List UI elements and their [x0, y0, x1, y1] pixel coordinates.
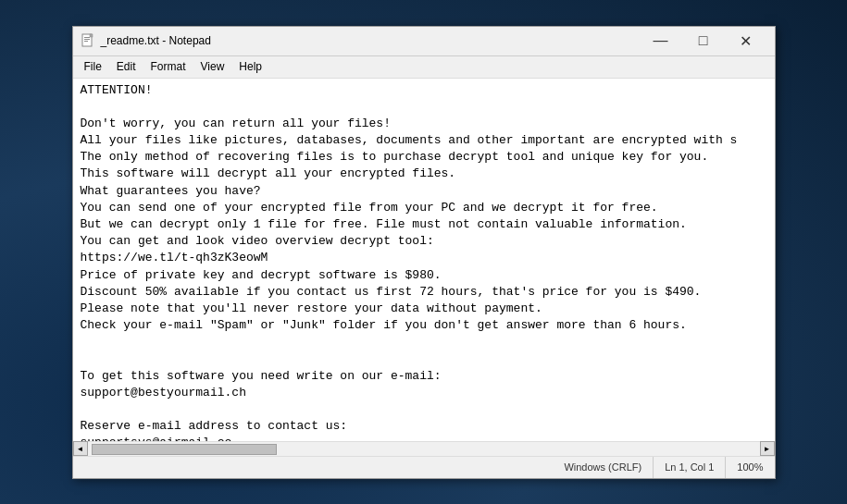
menu-edit[interactable]: Edit: [109, 58, 143, 75]
status-zoom: 100%: [726, 457, 774, 478]
hscroll-thumb[interactable]: [92, 444, 277, 455]
status-bar: Windows (CRLF) Ln 1, Col 1 100%: [73, 456, 775, 478]
horizontal-scrollbar[interactable]: ◄ ►: [73, 441, 775, 456]
menu-help[interactable]: Help: [231, 58, 269, 75]
hscroll-track[interactable]: [88, 442, 760, 456]
window-title: _readme.txt - Notepad: [101, 34, 640, 47]
notepad-window: _readme.txt - Notepad — □ ✕ File Edit Fo…: [72, 26, 776, 479]
window-controls: — □ ✕: [640, 26, 767, 55]
menu-format[interactable]: Format: [143, 58, 193, 75]
status-position: Ln 1, Col 1: [654, 457, 726, 478]
minimize-button[interactable]: —: [640, 26, 682, 55]
svg-rect-4: [90, 34, 93, 37]
app-icon: [81, 33, 95, 48]
menu-view[interactable]: View: [193, 58, 232, 75]
svg-rect-3: [84, 41, 88, 42]
close-button[interactable]: ✕: [725, 26, 767, 55]
text-editor[interactable]: ATTENTION! Don't worry, you can return a…: [73, 79, 775, 441]
svg-rect-1: [84, 37, 90, 38]
status-encoding: Windows (CRLF): [553, 457, 654, 478]
hscroll-left-button[interactable]: ◄: [73, 441, 88, 456]
hscroll-right-button[interactable]: ►: [760, 441, 775, 456]
menu-bar: File Edit Format View Help: [73, 56, 775, 79]
text-container: ATTENTION! Don't worry, you can return a…: [73, 79, 775, 441]
title-bar: _readme.txt - Notepad — □ ✕: [73, 27, 775, 56]
maximize-button[interactable]: □: [682, 26, 725, 55]
svg-rect-2: [84, 39, 90, 40]
menu-file[interactable]: File: [77, 58, 109, 75]
